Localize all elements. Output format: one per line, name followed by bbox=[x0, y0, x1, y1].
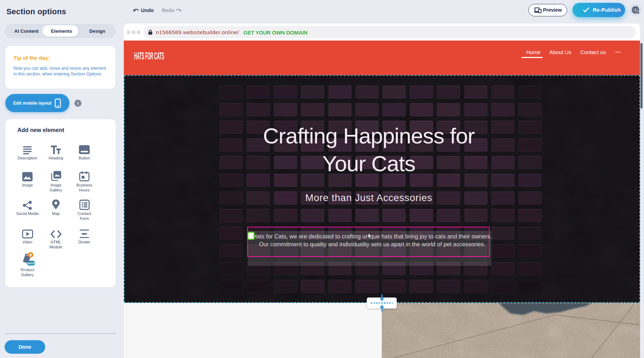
svg-text:SHOP: SHOP bbox=[27, 262, 35, 265]
